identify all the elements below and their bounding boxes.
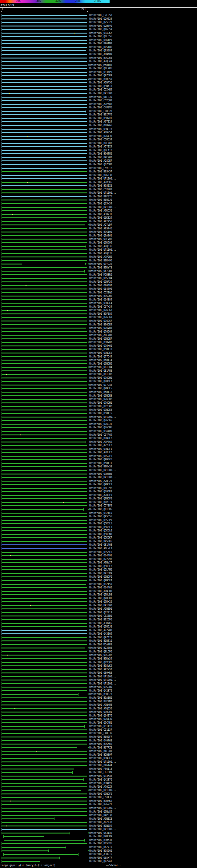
hit-label[interactable]: UniRef100_B9F2W7 (89, 156, 112, 159)
hit-bar[interactable] (2, 765, 87, 766)
hit-bar[interactable] (2, 164, 87, 165)
hit-bar[interactable] (2, 97, 87, 98)
hit-bar[interactable] (2, 79, 87, 80)
hit-bar[interactable] (2, 747, 77, 748)
alignment-row[interactable]: UniRef100_Q5K6K7 (0, 536, 197, 540)
hit-label[interactable]: UniRef100_B6U0J0 (89, 199, 112, 202)
hit-bar[interactable] (2, 651, 87, 652)
hit-bar[interactable] (2, 577, 87, 577)
hit-label[interactable]: UniRef100_B9F389 (89, 313, 112, 315)
alignment-row[interactable]: UniRef100_Q43149 (0, 831, 197, 835)
hit-label[interactable]: UniRef100_B6SSX6 (89, 842, 112, 845)
alignment-row[interactable]: UniRef100_B9FN07 (0, 142, 197, 145)
hit-label[interactable]: UniRef100_B9RW38 (89, 466, 112, 468)
alignment-row[interactable]: UniRef100_Q9WCE4 (0, 302, 197, 305)
hit-bar[interactable] (2, 548, 87, 549)
hit-bar[interactable] (2, 296, 87, 297)
hit-label[interactable]: UniRef100_Q76GG3 (89, 309, 112, 312)
hit-label[interactable]: UniRef100_Q76GG7 (89, 320, 112, 322)
hit-bar[interactable] (2, 591, 87, 592)
alignment-row[interactable]: UniRef100_Q5NAT0 (0, 85, 197, 88)
alignment-row[interactable]: UniRef100_Q9Z473 (0, 636, 197, 640)
hit-label[interactable]: UniRef100_Q8LCP6 (89, 651, 112, 653)
hit-bar[interactable] (2, 694, 78, 695)
alignment-row[interactable]: UniRef100_A9NNU8 (0, 703, 197, 707)
hit-label[interactable]: UniRef100_UP1000... (89, 604, 117, 607)
alignment-row[interactable]: UniRef100_UP1000... (0, 682, 197, 686)
alignment-row[interactable]: UniRef100_B9RY39 (0, 657, 197, 661)
alignment-row[interactable]: UniRef100_UP1000... (0, 604, 197, 608)
hit-bar[interactable] (2, 345, 87, 346)
hit-bar[interactable] (2, 207, 87, 208)
hit-bar[interactable] (2, 214, 87, 215)
hit-label[interactable]: UniRef100_Q76OH6 (89, 427, 112, 429)
hit-label[interactable]: UniRef100_A6NAB9 (89, 53, 112, 56)
alignment-row[interactable]: UniRef100_B9SVK5 (0, 664, 197, 668)
alignment-row[interactable]: UniRef100_A7QUA9 (0, 60, 197, 63)
hit-label[interactable]: UniRef100_B9HCR9 (89, 835, 112, 838)
hit-label[interactable]: UniRef100_B9GJ38 (89, 174, 112, 177)
alignment-row[interactable]: UniRef100_A3BP15 (0, 852, 197, 856)
hit-bar[interactable] (2, 744, 87, 745)
alignment-row[interactable]: UniRef100_Q9BLD3 (0, 593, 197, 597)
alignment-row[interactable]: UniRef100_A7Q3J5 (0, 252, 197, 255)
hit-bar[interactable] (2, 68, 87, 69)
hit-label[interactable]: UniRef100_Q76OH2 (89, 398, 112, 401)
hit-label[interactable]: UniRef100_UP1000... (89, 178, 117, 180)
alignment-row[interactable]: UniRef100_B5H7X1 (0, 117, 197, 120)
hit-label[interactable]: UniRef100_Q9U9J0 (89, 626, 112, 628)
hit-label[interactable]: UniRef100_Q9ZT59 (89, 583, 112, 586)
alignment-row[interactable]: UniRef100_A7RLE2 (0, 451, 197, 455)
hit-bar[interactable] (2, 445, 87, 446)
hit-bar[interactable] (2, 203, 87, 204)
hit-label[interactable]: UniRef100_Q9XGK7 (89, 32, 112, 34)
hit-bar[interactable] (2, 381, 87, 382)
hit-bar[interactable] (2, 459, 87, 460)
alignment-row[interactable]: UniRef100_Q9AZ61 (0, 234, 197, 238)
hit-bar[interactable] (2, 303, 87, 304)
hit-bar[interactable] (2, 182, 87, 183)
alignment-row[interactable]: UniRef100_C4HE35 (0, 732, 197, 735)
alignment-row[interactable]: UniRef100_Q65XT7 (0, 856, 197, 860)
hit-label[interactable]: UniRef100_Q6Z5H2 (89, 163, 112, 166)
hit-bar[interactable] (2, 648, 85, 648)
hit-label[interactable]: UniRef100_C5XZ83 (89, 188, 112, 191)
hit-label[interactable]: UniRef100_Q76OH1 (89, 402, 112, 404)
hit-label[interactable]: UniRef100_Q8S8Q4 (89, 277, 112, 280)
hit-bar[interactable] (2, 520, 87, 521)
hit-bar[interactable] (2, 680, 87, 680)
alignment-row[interactable]: UniRef100_Q9U9J0 (0, 625, 197, 629)
hit-label[interactable]: UniRef100_Q9NCF6 (89, 576, 112, 578)
hit-bar[interactable] (2, 751, 87, 752)
hit-bar[interactable] (2, 815, 87, 816)
alignment-row[interactable]: UniRef100_Q91IY8 (0, 724, 197, 728)
alignment-row[interactable]: UniRef100_B4FQ85 (0, 749, 197, 753)
hit-bar[interactable] (2, 310, 87, 311)
hit-bar[interactable] (2, 93, 87, 94)
alignment-row[interactable]: UniRef100_O64889 (0, 298, 197, 302)
hit-label[interactable]: UniRef100_B4FQ85 (89, 750, 112, 752)
alignment-row[interactable]: UniRef100_A7Q3J6 (0, 245, 197, 248)
alignment-row[interactable]: UniRef100_C4P2V6 (0, 106, 197, 110)
alignment-row[interactable]: UniRef100_Q9D5W6 (0, 472, 197, 476)
alignment-row[interactable]: UniRef100_C6TH34 (0, 305, 197, 309)
alignment-row[interactable]: UniRef100_C5XKE9 (0, 88, 197, 92)
hit-label[interactable]: UniRef100_A2YVD7 (89, 224, 112, 226)
alignment-row[interactable]: UniRef100_Q9SBP5 (0, 519, 197, 522)
hit-label[interactable]: UniRef100_Q4P338 (89, 814, 112, 816)
hit-label[interactable]: UniRef100_A8E7B6 (89, 334, 112, 337)
alignment-row[interactable]: UniRef100_Q9FVQ2 (0, 238, 197, 241)
alignment-row[interactable]: UniRef100_A9NVI7 (0, 561, 197, 565)
hit-label[interactable]: UniRef100_A0ZNJ8 (89, 821, 112, 824)
hit-label[interactable]: UniRef100_C5VL12 (89, 167, 112, 170)
hit-label[interactable]: UniRef100_B9S1X0 (89, 185, 112, 187)
alignment-row[interactable]: UniRef100_Q64176 (0, 714, 197, 718)
alignment-row[interactable]: UniRef100_A7Q0F9 (0, 494, 197, 497)
hit-bar[interactable] (2, 477, 87, 478)
alignment-row[interactable]: UniRef100_B9FS75 (0, 195, 197, 198)
alignment-row[interactable]: UniRef100_Q76GG4 (0, 330, 197, 334)
hit-label[interactable]: UniRef100_Q9NCF5 (89, 757, 112, 760)
hit-bar[interactable] (2, 826, 87, 827)
alignment-row[interactable]: UniRef100_Q4P338 (0, 813, 197, 817)
alignment-row[interactable]: UniRef100_Q2LAM6 (0, 568, 197, 572)
